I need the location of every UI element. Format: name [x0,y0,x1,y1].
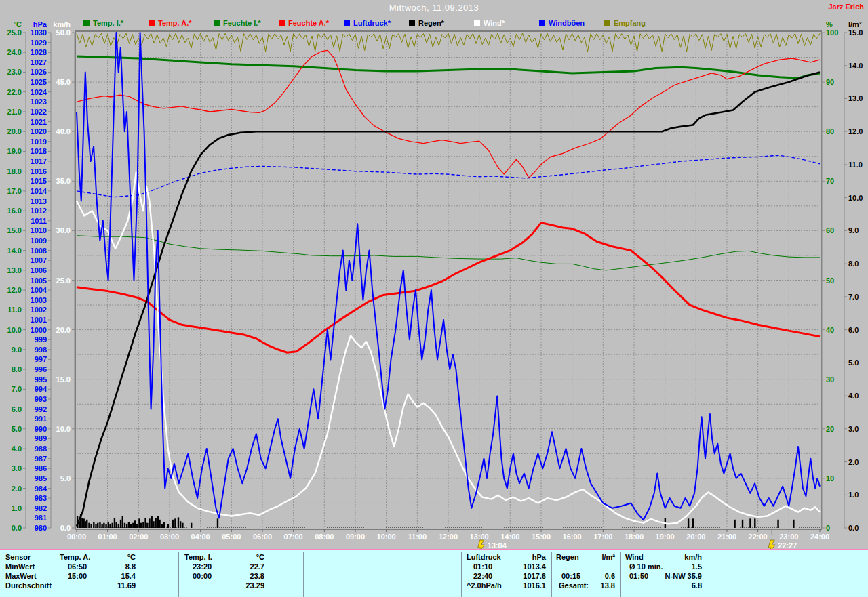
rain-bar [132,523,134,528]
svg-text:980: 980 [35,524,47,532]
svg-text:35.0: 35.0 [56,177,71,185]
svg-text:90: 90 [826,78,834,86]
svg-text:21.0: 21.0 [7,108,22,116]
svg-text:1028: 1028 [31,48,47,56]
time-label: 20:00 [686,533,705,541]
svg-text:7.0: 7.0 [12,385,22,393]
time-label: 04:00 [191,533,210,541]
svg-text:10.0: 10.0 [848,194,863,202]
table-divider [178,552,179,597]
rain-bar [178,517,179,528]
svg-text:11.0: 11.0 [848,161,863,169]
rain-bar [138,518,140,528]
time-label: 16:00 [563,533,582,541]
series-temp-i [77,56,820,78]
svg-text:20.0: 20.0 [7,127,22,136]
svg-text:30.0: 30.0 [56,226,71,234]
temp-a-max-time: 15:00 [68,572,87,580]
time-label: 09:00 [346,533,365,541]
rain-bar [109,524,111,528]
rain-bar [142,522,144,528]
svg-text:1001: 1001 [31,316,47,324]
luftdruck-min: 1013.4 [498,562,546,571]
svg-text:14.0: 14.0 [848,62,863,70]
temp-a-max: 15.4 [95,572,136,580]
svg-text:23.0: 23.0 [7,68,22,76]
luftdruck-current: 1016.1 [498,581,546,590]
rain-bar [692,518,694,528]
rain-bar [217,518,218,528]
svg-text:9.0: 9.0 [12,346,22,354]
rain-bar [93,522,94,528]
svg-text:7.0: 7.0 [848,293,859,301]
time-label: 00:00 [67,533,86,541]
svg-text:1027: 1027 [31,58,47,66]
temp-a-min: 8.8 [95,562,136,571]
time-label: 10:00 [377,533,396,541]
rain-bar [163,522,165,528]
svg-text:1020: 1020 [31,127,47,136]
axis-unit-lm: l/m² [848,20,862,28]
temp-i-avg: 23.29 [220,581,264,590]
rain-bar [86,520,87,528]
svg-text:982: 982 [35,504,47,512]
svg-text:10: 10 [826,474,834,482]
stats-table: Sensor MinWert MaxWert Durchschnitt Temp… [0,549,868,597]
time-label: 19:00 [656,533,675,541]
rain-bar [126,524,127,528]
svg-text:1023: 1023 [31,98,47,106]
temp-i-max-time: 00:00 [193,572,212,580]
temp-a-unit: °C [102,553,136,561]
svg-text:1005: 1005 [31,276,47,285]
svg-text:1.0: 1.0 [848,491,859,499]
time-label: 12:00 [439,533,458,541]
rain-bar [793,520,794,528]
svg-text:1019: 1019 [31,138,47,146]
axis-unit-hPa: hPa [33,20,47,28]
svg-text:10.0: 10.0 [7,326,22,334]
rain-bar [81,518,83,528]
svg-text:5.0: 5.0 [12,425,22,433]
rain-bar [157,516,159,528]
rain-bar [105,524,106,528]
svg-text:1030: 1030 [31,28,47,37]
svg-text:18.0: 18.0 [7,167,22,176]
luftdruck-max-time: 22:40 [473,572,492,580]
svg-text:0: 0 [826,524,830,532]
svg-text:1021: 1021 [31,118,47,126]
svg-text:24.0: 24.0 [7,48,22,56]
time-label: 05:00 [222,533,241,541]
svg-text:6.0: 6.0 [848,326,859,334]
temp-i-min-time: 23:20 [193,562,212,571]
svg-text:1029: 1029 [31,39,47,47]
time-label: 15:00 [532,533,551,541]
rain-bar [742,520,743,528]
wind-unit: km/h [654,553,702,561]
temp-a-header: Temp. A. [60,553,90,561]
svg-text:25.0: 25.0 [7,28,22,37]
svg-text:1000: 1000 [31,326,47,334]
rain-bar [130,524,132,528]
rain-bar [161,524,163,528]
svg-text:987: 987 [35,455,47,463]
row-label-sensor: Sensor [5,553,31,561]
svg-text:981: 981 [35,514,47,522]
rain-bar [754,518,755,528]
rain-bar [144,518,146,528]
rain-bar [99,522,100,528]
rain-bar [191,523,192,528]
svg-text:1.0: 1.0 [12,504,22,512]
rain-bar [112,523,113,528]
svg-text:2.0: 2.0 [848,458,859,466]
svg-text:0.0: 0.0 [12,524,22,532]
svg-text:1004: 1004 [31,286,47,294]
svg-text:8.0: 8.0 [12,365,22,373]
rain-bar [90,524,92,528]
time-label: 14:00 [500,533,519,541]
weather-app-window: Mittwoch, 11.09.2013 Jarz Erich Temp. I.… [0,0,868,597]
rain-bar [115,522,117,528]
time-label: 23:00 [779,533,798,541]
svg-text:993: 993 [35,395,47,403]
weather-chart: °C0.01.02.03.04.05.06.07.08.09.010.011.0… [0,0,868,597]
rain-bar [749,518,751,528]
